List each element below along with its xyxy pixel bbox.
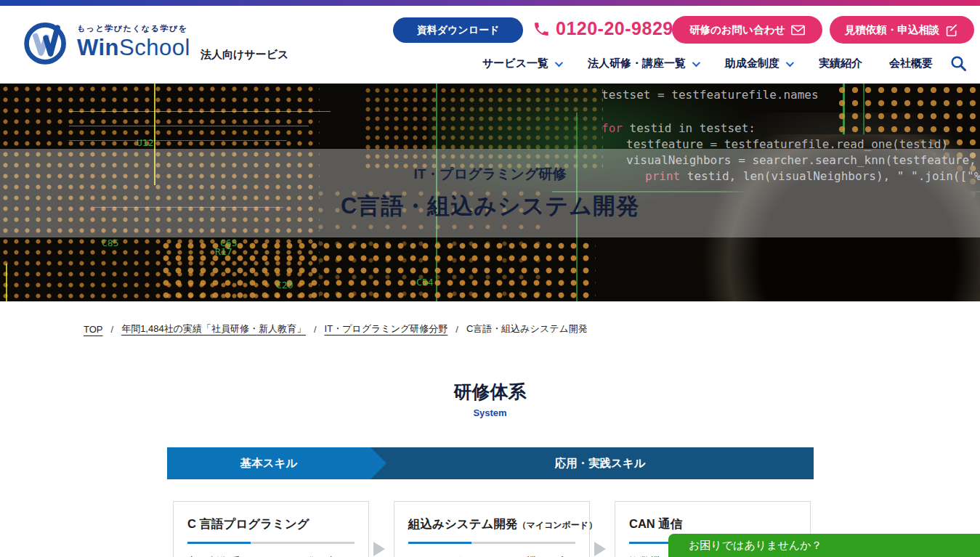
phone-link[interactable]: 0120-20-9829 — [532, 18, 673, 39]
hero-title-band: IT・プログラミング研修 C言語・組込みシステム開発 — [0, 149, 980, 237]
mail-icon — [791, 23, 805, 37]
section-subtitle: System — [0, 407, 980, 418]
card-title-text: 組込みシステム開発 — [408, 517, 517, 530]
board-label: R17 — [215, 246, 232, 257]
breadcrumb-separator: / — [314, 324, 317, 335]
card-title: CAN 通信 — [629, 516, 796, 532]
breadcrumb: TOP / 年間1,484社の実績「社員研修・新人教育」 / IT・プログラミン… — [84, 322, 588, 336]
winschool-logo[interactable]: もっと学びたくなる学びを WinSchool — [22, 17, 190, 67]
circuit-trace — [69, 111, 331, 112]
nav-item-label: 実績紹介 — [819, 57, 862, 70]
code-text: testid in testset: — [623, 121, 756, 135]
nav-item-results[interactable]: 実績紹介 — [819, 57, 862, 70]
contact-button[interactable]: 研修のお問い合わせ — [672, 16, 822, 44]
logo-wordmark: WinSchool — [77, 36, 190, 60]
logo-word-win: Win — [77, 35, 119, 60]
card-divider — [408, 542, 575, 544]
card-divider — [187, 542, 355, 544]
quote-request-button[interactable]: 見積依頼・申込相談 — [830, 16, 974, 44]
board-label: C20 — [276, 280, 293, 290]
card-description: 主に制御系のシステム開発で多く用い — [187, 553, 355, 557]
nav-item-label: 法人研修・講座一覧 — [588, 57, 686, 70]
page: もっと学びたくなる学びを WinSchool 法人向けサービス 資料ダウンロード… — [0, 0, 980, 557]
contact-button-label: 研修のお問い合わせ — [689, 23, 785, 37]
code-keyword: for — [602, 121, 623, 135]
card-title-note: （マイコンボード） — [517, 520, 597, 530]
breadcrumb-current: C言語・組込みシステム開発 — [466, 322, 588, 336]
chevron-down-icon — [555, 58, 563, 66]
tab-advanced-skill[interactable]: 応用・実践スキル — [370, 447, 814, 479]
skill-level-bar: 基本スキル 応用・実践スキル — [167, 447, 814, 479]
nav-item-label: 助成金制度 — [725, 57, 779, 70]
chat-help-label: お困りではありませんか？ — [689, 539, 822, 553]
nav-item-label: 会社概要 — [889, 57, 933, 70]
nav-item-company[interactable]: 会社概要 — [889, 57, 933, 70]
chat-help-widget[interactable]: お困りではありませんか？ — [668, 534, 980, 557]
search-button[interactable] — [950, 55, 967, 72]
breadcrumb-separator: / — [455, 324, 458, 335]
board-label: U12 — [137, 137, 153, 148]
hero-title: C言語・組込みシステム開発 — [341, 191, 639, 221]
card-arrow-icon — [594, 542, 606, 556]
hero-banner: testset = testfeaturefile.names for test… — [0, 84, 980, 301]
breadcrumb-separator: / — [111, 324, 114, 335]
quote-request-button-label: 見積依頼・申込相談 — [845, 23, 940, 37]
breadcrumb-link-it-field[interactable]: IT・プログラミング研修分野 — [325, 322, 448, 336]
winschool-logo-icon — [22, 17, 71, 67]
nav-item-services[interactable]: サービス一覧 — [482, 57, 561, 70]
logo-texts: もっと学びたくなる学びを WinSchool — [77, 23, 190, 60]
breadcrumb-link-top[interactable]: TOP — [84, 324, 103, 335]
course-card-c-language[interactable]: C 言語プログラミング 主に制御系のシステム開発で多く用い — [173, 501, 369, 557]
service-label: 法人向けサービス — [201, 48, 288, 62]
circuit-trace — [69, 140, 287, 141]
nav-item-courses[interactable]: 法人研修・講座一覧 — [588, 57, 698, 70]
search-icon — [950, 55, 967, 72]
hero-subtitle: IT・プログラミング研修 — [413, 165, 566, 184]
chevron-down-icon — [692, 58, 700, 66]
circuit-trace — [6, 264, 7, 301]
card-title-text: CAN 通信 — [629, 517, 682, 530]
header: もっと学びたくなる学びを WinSchool 法人向けサービス 資料ダウンロード… — [0, 6, 980, 84]
top-gradient-strip — [0, 0, 980, 6]
download-button[interactable]: 資料ダウンロード — [393, 17, 523, 43]
card-title: C 言語プログラミング — [187, 516, 355, 532]
section-title: 研修体系 — [0, 380, 980, 404]
external-form-icon — [945, 23, 959, 37]
phone-icon — [532, 20, 550, 38]
card-description: マイコンボードを用いて機器の入出力 — [408, 553, 575, 557]
board-label: C54 — [416, 277, 433, 288]
hero-code-line: testset = testfeaturefile.names — [602, 88, 819, 102]
board-label: C85 — [102, 237, 118, 248]
card-title: 組込みシステム開発（マイコンボード） — [408, 516, 575, 532]
breadcrumb-link-training[interactable]: 年間1,484社の実績「社員研修・新人教育」 — [121, 322, 306, 336]
hero-code-line: for testid in testset: — [602, 121, 756, 135]
main-nav: サービス一覧 法人研修・講座一覧 助成金制度 実績紹介 会社概要 — [455, 55, 967, 72]
chevron-down-icon — [786, 58, 794, 66]
phone-number: 0120-20-9829 — [556, 18, 673, 39]
nav-item-label: サービス一覧 — [482, 57, 548, 70]
card-arrow-icon — [373, 542, 385, 556]
tab-basic-skill[interactable]: 基本スキル — [167, 447, 386, 479]
card-title-text: C 言語プログラミング — [187, 517, 309, 530]
course-card-embedded[interactable]: 組込みシステム開発（マイコンボード） マイコンボードを用いて機器の入出力 — [394, 501, 590, 557]
logo-tagline: もっと学びたくなる学びを — [77, 23, 190, 34]
logo-word-school: School — [119, 35, 190, 60]
nav-item-subsidy[interactable]: 助成金制度 — [725, 57, 792, 70]
circuit-trace — [69, 126, 309, 126]
